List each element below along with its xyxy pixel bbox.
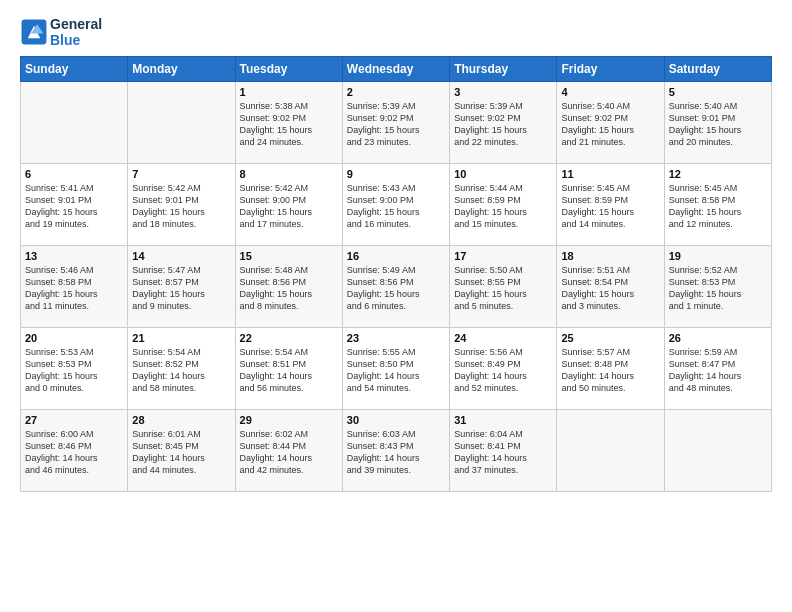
cell-content: Sunrise: 5:39 AM Sunset: 9:02 PM Dayligh… — [347, 100, 445, 149]
day-number: 30 — [347, 414, 445, 426]
day-number: 26 — [669, 332, 767, 344]
day-header-monday: Monday — [128, 57, 235, 82]
cell-content: Sunrise: 5:52 AM Sunset: 8:53 PM Dayligh… — [669, 264, 767, 313]
day-number: 1 — [240, 86, 338, 98]
calendar-cell: 23Sunrise: 5:55 AM Sunset: 8:50 PM Dayli… — [342, 328, 449, 410]
day-number: 31 — [454, 414, 552, 426]
cell-content: Sunrise: 5:55 AM Sunset: 8:50 PM Dayligh… — [347, 346, 445, 395]
calendar-cell — [664, 410, 771, 492]
cell-content: Sunrise: 5:42 AM Sunset: 9:01 PM Dayligh… — [132, 182, 230, 231]
cell-content: Sunrise: 5:43 AM Sunset: 9:00 PM Dayligh… — [347, 182, 445, 231]
calendar-cell: 6Sunrise: 5:41 AM Sunset: 9:01 PM Daylig… — [21, 164, 128, 246]
day-number: 20 — [25, 332, 123, 344]
day-number: 17 — [454, 250, 552, 262]
day-header-thursday: Thursday — [450, 57, 557, 82]
day-number: 10 — [454, 168, 552, 180]
calendar-cell: 7Sunrise: 5:42 AM Sunset: 9:01 PM Daylig… — [128, 164, 235, 246]
day-number: 27 — [25, 414, 123, 426]
day-number: 18 — [561, 250, 659, 262]
cell-content: Sunrise: 6:02 AM Sunset: 8:44 PM Dayligh… — [240, 428, 338, 477]
calendar-cell — [557, 410, 664, 492]
calendar-cell — [21, 82, 128, 164]
header: General Blue — [20, 16, 772, 48]
cell-content: Sunrise: 6:00 AM Sunset: 8:46 PM Dayligh… — [25, 428, 123, 477]
calendar-cell: 14Sunrise: 5:47 AM Sunset: 8:57 PM Dayli… — [128, 246, 235, 328]
calendar-cell: 24Sunrise: 5:56 AM Sunset: 8:49 PM Dayli… — [450, 328, 557, 410]
logo-icon — [20, 18, 48, 46]
calendar-cell: 2Sunrise: 5:39 AM Sunset: 9:02 PM Daylig… — [342, 82, 449, 164]
cell-content: Sunrise: 5:50 AM Sunset: 8:55 PM Dayligh… — [454, 264, 552, 313]
calendar-cell: 28Sunrise: 6:01 AM Sunset: 8:45 PM Dayli… — [128, 410, 235, 492]
calendar-cell: 26Sunrise: 5:59 AM Sunset: 8:47 PM Dayli… — [664, 328, 771, 410]
cell-content: Sunrise: 5:59 AM Sunset: 8:47 PM Dayligh… — [669, 346, 767, 395]
day-number: 7 — [132, 168, 230, 180]
day-header-friday: Friday — [557, 57, 664, 82]
day-number: 21 — [132, 332, 230, 344]
calendar-cell: 8Sunrise: 5:42 AM Sunset: 9:00 PM Daylig… — [235, 164, 342, 246]
day-number: 16 — [347, 250, 445, 262]
calendar-cell: 10Sunrise: 5:44 AM Sunset: 8:59 PM Dayli… — [450, 164, 557, 246]
calendar-cell: 25Sunrise: 5:57 AM Sunset: 8:48 PM Dayli… — [557, 328, 664, 410]
calendar-cell: 16Sunrise: 5:49 AM Sunset: 8:56 PM Dayli… — [342, 246, 449, 328]
cell-content: Sunrise: 6:03 AM Sunset: 8:43 PM Dayligh… — [347, 428, 445, 477]
calendar-cell: 4Sunrise: 5:40 AM Sunset: 9:02 PM Daylig… — [557, 82, 664, 164]
cell-content: Sunrise: 5:53 AM Sunset: 8:53 PM Dayligh… — [25, 346, 123, 395]
calendar-cell: 30Sunrise: 6:03 AM Sunset: 8:43 PM Dayli… — [342, 410, 449, 492]
calendar-cell: 27Sunrise: 6:00 AM Sunset: 8:46 PM Dayli… — [21, 410, 128, 492]
calendar-cell: 15Sunrise: 5:48 AM Sunset: 8:56 PM Dayli… — [235, 246, 342, 328]
day-header-wednesday: Wednesday — [342, 57, 449, 82]
day-number: 28 — [132, 414, 230, 426]
day-number: 13 — [25, 250, 123, 262]
day-number: 22 — [240, 332, 338, 344]
cell-content: Sunrise: 5:40 AM Sunset: 9:02 PM Dayligh… — [561, 100, 659, 149]
cell-content: Sunrise: 5:54 AM Sunset: 8:51 PM Dayligh… — [240, 346, 338, 395]
logo: General Blue — [20, 16, 102, 48]
page: General Blue SundayMondayTuesdayWednesda… — [0, 0, 792, 612]
cell-content: Sunrise: 5:48 AM Sunset: 8:56 PM Dayligh… — [240, 264, 338, 313]
calendar-cell: 11Sunrise: 5:45 AM Sunset: 8:59 PM Dayli… — [557, 164, 664, 246]
cell-content: Sunrise: 5:54 AM Sunset: 8:52 PM Dayligh… — [132, 346, 230, 395]
day-number: 3 — [454, 86, 552, 98]
day-number: 19 — [669, 250, 767, 262]
cell-content: Sunrise: 5:46 AM Sunset: 8:58 PM Dayligh… — [25, 264, 123, 313]
cell-content: Sunrise: 5:51 AM Sunset: 8:54 PM Dayligh… — [561, 264, 659, 313]
cell-content: Sunrise: 5:41 AM Sunset: 9:01 PM Dayligh… — [25, 182, 123, 231]
day-number: 15 — [240, 250, 338, 262]
cell-content: Sunrise: 5:44 AM Sunset: 8:59 PM Dayligh… — [454, 182, 552, 231]
calendar-cell — [128, 82, 235, 164]
cell-content: Sunrise: 6:01 AM Sunset: 8:45 PM Dayligh… — [132, 428, 230, 477]
calendar-cell: 9Sunrise: 5:43 AM Sunset: 9:00 PM Daylig… — [342, 164, 449, 246]
cell-content: Sunrise: 5:45 AM Sunset: 8:59 PM Dayligh… — [561, 182, 659, 231]
cell-content: Sunrise: 5:38 AM Sunset: 9:02 PM Dayligh… — [240, 100, 338, 149]
calendar-cell: 5Sunrise: 5:40 AM Sunset: 9:01 PM Daylig… — [664, 82, 771, 164]
calendar-cell: 3Sunrise: 5:39 AM Sunset: 9:02 PM Daylig… — [450, 82, 557, 164]
calendar-week-2: 6Sunrise: 5:41 AM Sunset: 9:01 PM Daylig… — [21, 164, 772, 246]
day-number: 29 — [240, 414, 338, 426]
calendar-cell: 12Sunrise: 5:45 AM Sunset: 8:58 PM Dayli… — [664, 164, 771, 246]
day-number: 24 — [454, 332, 552, 344]
day-number: 14 — [132, 250, 230, 262]
calendar-week-4: 20Sunrise: 5:53 AM Sunset: 8:53 PM Dayli… — [21, 328, 772, 410]
day-header-saturday: Saturday — [664, 57, 771, 82]
calendar-cell: 19Sunrise: 5:52 AM Sunset: 8:53 PM Dayli… — [664, 246, 771, 328]
day-number: 2 — [347, 86, 445, 98]
cell-content: Sunrise: 6:04 AM Sunset: 8:41 PM Dayligh… — [454, 428, 552, 477]
cell-content: Sunrise: 5:57 AM Sunset: 8:48 PM Dayligh… — [561, 346, 659, 395]
cell-content: Sunrise: 5:42 AM Sunset: 9:00 PM Dayligh… — [240, 182, 338, 231]
cell-content: Sunrise: 5:45 AM Sunset: 8:58 PM Dayligh… — [669, 182, 767, 231]
day-number: 23 — [347, 332, 445, 344]
calendar-body: 1Sunrise: 5:38 AM Sunset: 9:02 PM Daylig… — [21, 82, 772, 492]
calendar-cell: 17Sunrise: 5:50 AM Sunset: 8:55 PM Dayli… — [450, 246, 557, 328]
calendar-cell: 22Sunrise: 5:54 AM Sunset: 8:51 PM Dayli… — [235, 328, 342, 410]
calendar-cell: 13Sunrise: 5:46 AM Sunset: 8:58 PM Dayli… — [21, 246, 128, 328]
calendar-cell: 18Sunrise: 5:51 AM Sunset: 8:54 PM Dayli… — [557, 246, 664, 328]
day-number: 9 — [347, 168, 445, 180]
calendar-week-5: 27Sunrise: 6:00 AM Sunset: 8:46 PM Dayli… — [21, 410, 772, 492]
cell-content: Sunrise: 5:40 AM Sunset: 9:01 PM Dayligh… — [669, 100, 767, 149]
day-header-tuesday: Tuesday — [235, 57, 342, 82]
day-number: 5 — [669, 86, 767, 98]
logo-text: General Blue — [50, 16, 102, 48]
day-header-sunday: Sunday — [21, 57, 128, 82]
calendar-table: SundayMondayTuesdayWednesdayThursdayFrid… — [20, 56, 772, 492]
calendar-header: SundayMondayTuesdayWednesdayThursdayFrid… — [21, 57, 772, 82]
